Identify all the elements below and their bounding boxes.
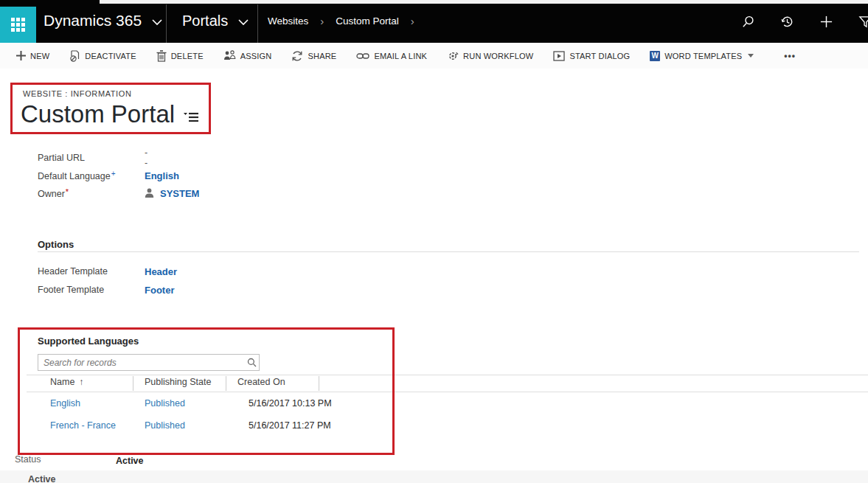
sort-ascending-icon: ↑: [79, 377, 83, 387]
required-mark: *: [66, 187, 69, 196]
recommended-mark: +: [111, 170, 116, 178]
run-workflow-button[interactable]: RUN WORKFLOW: [447, 50, 533, 62]
word-templates-button[interactable]: W WORD TEMPLATES: [650, 51, 754, 61]
module-menu[interactable]: Portals: [182, 13, 249, 29]
assign-people-icon: [223, 50, 236, 61]
waffle-icon: [11, 18, 25, 32]
created-on-value: 5/16/2017 11:27 PM: [249, 420, 331, 431]
top-navbar: Dynamics 365 Portals Websites › Custom P…: [0, 0, 868, 43]
email-a-link-button[interactable]: EMAIL A LINK: [356, 52, 427, 60]
column-header-name[interactable]: Name ↑: [50, 377, 83, 387]
column-header-created-on[interactable]: Created On: [237, 377, 285, 387]
publishing-state-link[interactable]: Published: [145, 420, 185, 431]
app-launcher-button[interactable]: [0, 7, 36, 43]
header-template-link[interactable]: Header: [145, 266, 177, 277]
recent-history-icon[interactable]: [780, 15, 794, 29]
grid-header-bottom-line: [27, 392, 868, 392]
grid-header-top-line: [27, 375, 868, 375]
command-bar: NEW DEACTIVATE DELETE: [0, 43, 868, 69]
start-dialog-button[interactable]: START DIALOG: [553, 51, 630, 61]
chevron-right-icon: ›: [411, 15, 414, 27]
nav-divider: [257, 4, 258, 43]
owner-link[interactable]: SYSTEM: [160, 188, 199, 199]
column-divider: [319, 376, 319, 391]
workflow-gear-icon: [447, 50, 459, 62]
delete-button[interactable]: DELETE: [156, 50, 204, 62]
deactivate-icon: [69, 50, 80, 62]
default-language-value: English: [145, 170, 179, 181]
record-type-label: WEBSITE : INFORMATION: [23, 89, 131, 98]
more-commands-button[interactable]: •••: [784, 51, 796, 61]
form-footer-bar: Active: [0, 470, 868, 483]
nav-divider: [166, 4, 167, 43]
plus-icon: [16, 51, 26, 60]
header-template-label: Header Template: [38, 266, 145, 277]
search-icon: [247, 358, 257, 367]
dropdown-caret-icon: [748, 54, 754, 58]
brand-menu[interactable]: Dynamics 365: [44, 12, 162, 29]
footer-status-value: Active: [28, 474, 56, 483]
search-input[interactable]: [38, 358, 244, 368]
start-dialog-icon: [553, 51, 565, 61]
search-button[interactable]: [244, 355, 259, 369]
brand-label: Dynamics 365: [44, 12, 142, 29]
word-icon: W: [650, 51, 660, 61]
header-template-value: Header: [145, 266, 177, 277]
new-button[interactable]: NEW: [16, 51, 49, 60]
add-icon[interactable]: [819, 15, 833, 29]
chevron-right-icon: ›: [320, 15, 324, 27]
page-title-text: Custom Portal: [21, 100, 175, 128]
footer-template-label: Footer Template: [38, 285, 145, 295]
default-language-link[interactable]: English: [145, 170, 179, 181]
language-name-link[interactable]: English: [50, 398, 80, 409]
person-icon: [145, 188, 154, 198]
options-section-title: Options: [38, 239, 74, 250]
footer-template-value: Footer: [145, 285, 174, 296]
status-label: Status: [15, 454, 41, 465]
owner-label: Owner*: [38, 187, 145, 199]
module-label: Portals: [182, 13, 228, 29]
command-label: DEACTIVATE: [85, 52, 136, 60]
link-icon: [356, 52, 369, 60]
deactivate-button[interactable]: DEACTIVATE: [69, 50, 136, 62]
command-label: ASSIGN: [240, 52, 272, 60]
publishing-state-link[interactable]: Published: [145, 398, 185, 409]
partial-url-label: Partial URL: [38, 153, 145, 163]
command-label: WORD TEMPLATES: [664, 52, 742, 60]
filter-icon[interactable]: [858, 15, 868, 29]
dynamics-365-window: Dynamics 365 Portals Websites › Custom P…: [0, 0, 868, 483]
page-title: Custom Portal: [21, 100, 198, 128]
assign-button[interactable]: ASSIGN: [223, 50, 272, 61]
command-label: DELETE: [171, 52, 204, 60]
command-label: SHARE: [308, 52, 336, 60]
languages-section-title: Supported Languages: [38, 336, 139, 347]
chevron-down-icon: [152, 19, 162, 26]
breadcrumb-custom-portal[interactable]: Custom Portal: [336, 15, 399, 27]
language-name-link[interactable]: French - France: [50, 420, 116, 431]
command-label: EMAIL A LINK: [374, 52, 427, 60]
column-header-publishing-state[interactable]: Publishing State: [145, 377, 211, 387]
nav-icon-group: [741, 15, 868, 29]
breadcrumb-websites[interactable]: Websites: [268, 15, 308, 27]
breadcrumb: Websites › Custom Portal ›: [268, 15, 414, 27]
subgrid-search: [38, 354, 260, 371]
default-language-label: Default Language+: [38, 170, 145, 181]
section-divider: [38, 251, 859, 252]
partial-url-value[interactable]: --: [145, 147, 147, 168]
share-icon: [291, 50, 303, 62]
created-on-value: 5/16/2017 10:13 PM: [249, 398, 332, 409]
chevron-down-icon: [238, 19, 249, 26]
trash-icon: [156, 50, 167, 62]
column-divider: [226, 376, 226, 391]
share-button[interactable]: SHARE: [291, 50, 336, 62]
column-divider: [133, 376, 133, 391]
search-icon[interactable]: [741, 15, 755, 29]
command-label: NEW: [30, 52, 49, 60]
status-value: Active: [116, 456, 144, 466]
command-label: RUN WORKFLOW: [463, 52, 533, 60]
form-switcher-icon[interactable]: [184, 112, 198, 122]
owner-value: SYSTEM: [145, 188, 199, 199]
footer-template-link[interactable]: Footer: [145, 285, 174, 296]
window-top-edge: [100, 0, 868, 4]
command-label: START DIALOG: [569, 52, 630, 60]
